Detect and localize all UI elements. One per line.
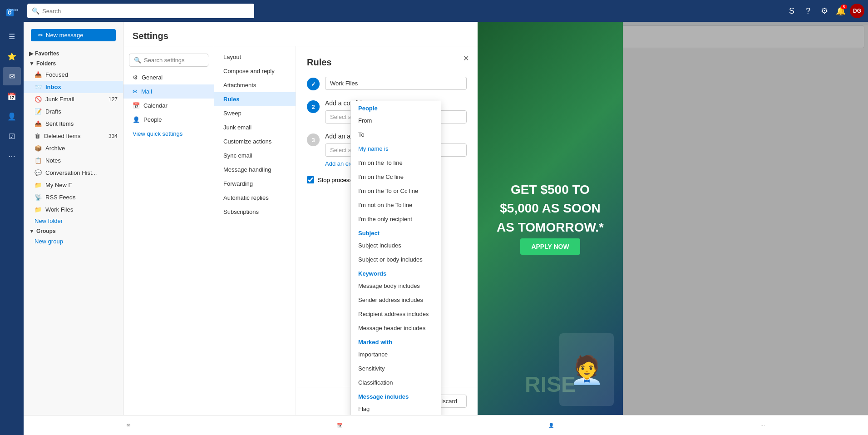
condition-dropdown[interactable]: People From To My name is I'm on the To … (350, 101, 441, 415)
condition-not-on-to[interactable]: I'm not on the To line (351, 198, 441, 212)
folder-item-notes[interactable]: 📋 Notes (24, 154, 123, 167)
settings-nav-mail[interactable]: ✉ Mail (123, 84, 214, 99)
condition-sensitivity[interactable]: Sensitivity (351, 361, 441, 376)
condition-importance[interactable]: Importance (351, 347, 441, 361)
bottom-mail-icon: ✉ (127, 423, 130, 428)
close-button[interactable]: ✕ (459, 52, 472, 64)
submenu-forwarding[interactable]: Forwarding (214, 177, 296, 191)
category-message-includes: Message includes (351, 390, 441, 402)
new-folder-link[interactable]: New folder (24, 216, 123, 226)
new-message-button[interactable]: ✏ New message (31, 29, 116, 41)
category-marked-with: Marked with (351, 335, 441, 347)
search-input[interactable] (42, 8, 250, 15)
menu-icon[interactable]: ☰ (3, 27, 21, 45)
condition-recipient-addr[interactable]: Recipient address includes (351, 307, 441, 321)
svg-text:Outlook: Outlook (7, 8, 18, 12)
favorites-section[interactable]: ▶ Favorites (24, 49, 123, 59)
condition-from[interactable]: From (351, 114, 441, 128)
submenu-rules[interactable]: Rules (214, 92, 296, 106)
tasks-nav-icon[interactable]: ☑ (3, 127, 21, 145)
settings-nav-general[interactable]: ⚙ General (123, 70, 214, 84)
ad-line3: AS TOMORROW.* (497, 220, 604, 235)
step3-badge: 3 (307, 133, 320, 146)
condition-on-cc-line[interactable]: I'm on the Cc line (351, 170, 441, 184)
outlook-logo[interactable]: O Outlook (3, 4, 21, 22)
search-settings-icon: 🔍 (134, 57, 141, 64)
submenu-customize[interactable]: Customize actions (214, 134, 296, 148)
condition-flag[interactable]: Flag (351, 402, 441, 415)
folders-section[interactable]: ▼ Folders (24, 59, 123, 69)
folder-item-sent[interactable]: 📤 Sent Items (24, 118, 123, 130)
bottom-mail-btn[interactable]: ✉ (127, 423, 130, 428)
folder-item-rss[interactable]: 📡 RSS Feeds (24, 191, 123, 203)
submenu-subscriptions[interactable]: Subscriptions (214, 205, 296, 219)
submenu-layout[interactable]: Layout (214, 50, 296, 64)
rules-content-area: Rules ✕ ✓ Work Files (296, 46, 478, 415)
chevron-down-icon-groups: ▼ (29, 228, 35, 234)
submenu-compose[interactable]: Compose and reply (214, 64, 296, 78)
chevron-down-icon-folders: ▼ (29, 60, 35, 67)
folder-item-drafts[interactable]: 📝 Drafts (24, 105, 123, 118)
skype-icon[interactable]: S (784, 4, 799, 18)
rules-title: Rules (307, 57, 467, 68)
more-nav-icon[interactable]: ⋯ (3, 147, 21, 165)
conv-icon: 💬 (35, 169, 42, 176)
folder-item-work-files[interactable]: 📁 Work Files (24, 203, 123, 216)
calendar-nav-icon[interactable]: 📅 (3, 87, 21, 105)
folder-item-inbox[interactable]: 📨 Inbox (24, 81, 123, 93)
view-quick-settings-link[interactable]: View quick settings (123, 127, 214, 141)
submenu-sweep[interactable]: Sweep (214, 106, 296, 120)
rule-name-input[interactable]: Work Files (325, 77, 467, 90)
inbox-icon: 📨 (35, 84, 42, 90)
bottom-calendar-btn[interactable]: 📅 (337, 423, 342, 428)
favorites-nav-icon[interactable]: ⭐ (3, 47, 21, 65)
folder-item-junk[interactable]: 🚫 Junk Email 127 (24, 93, 123, 105)
submenu-auto-replies[interactable]: Automatic replies (214, 191, 296, 205)
bottom-calendar-icon: 📅 (337, 423, 342, 428)
condition-message-header[interactable]: Message header includes (351, 321, 441, 335)
people-nav-icon[interactable]: 👤 (3, 107, 21, 125)
submenu-sync[interactable]: Sync email (214, 148, 296, 163)
condition-my-name-is[interactable]: My name is (351, 142, 441, 156)
folder-item-deleted[interactable]: 🗑 Deleted Items 334 (24, 130, 123, 142)
condition-classification[interactable]: Classification (351, 376, 441, 390)
notification-count: 5 (841, 5, 847, 9)
settings-nav-people[interactable]: 👤 People (123, 113, 214, 127)
bottom-people-btn[interactable]: 👤 (548, 423, 554, 428)
mail-nav-icon[interactable]: ✉ (3, 67, 21, 85)
bottom-more-btn[interactable]: ⋯ (760, 423, 765, 428)
submenu-attachments[interactable]: Attachments (214, 78, 296, 92)
ad-figure: 🧑‍💼 (559, 333, 614, 406)
settings-search-input[interactable] (144, 57, 214, 64)
condition-only-recipient[interactable]: I'm the only recipient (351, 212, 441, 226)
bottom-nav: ✉ 📅 👤 ⋯ (24, 415, 868, 435)
condition-body-includes[interactable]: Message body includes (351, 279, 441, 293)
folder-item-my-new-f[interactable]: 📁 My New F (24, 179, 123, 191)
folder-item-focus[interactable]: 📥 Focused (24, 69, 123, 81)
submenu-junk[interactable]: Junk email (214, 120, 296, 134)
folder-item-conv-hist[interactable]: 💬 Conversation Hist... (24, 167, 123, 179)
submenu-message-handling[interactable]: Message handling (214, 163, 296, 177)
folder-item-archive[interactable]: 📦 Archive (24, 142, 123, 154)
settings-search-box[interactable]: 🔍 (129, 54, 208, 67)
condition-sender-addr[interactable]: Sender address includes (351, 293, 441, 307)
search-box[interactable]: 🔍 (27, 4, 254, 18)
help-icon[interactable]: ? (801, 4, 815, 18)
folder-icon: 📁 (35, 182, 42, 188)
settings-nav-calendar[interactable]: 📅 Calendar (123, 99, 214, 113)
condition-subject-body[interactable]: Subject or body includes (351, 252, 441, 267)
ad-cta-button[interactable]: APPLY NOW (520, 238, 580, 255)
condition-to[interactable]: To (351, 128, 441, 142)
settings-icon[interactable]: ⚙ (817, 4, 832, 18)
deleted-icon: 🗑 (35, 133, 40, 139)
condition-on-to-or-cc[interactable]: I'm on the To or Cc line (351, 184, 441, 198)
condition-subject-includes[interactable]: Subject includes (351, 238, 441, 252)
groups-section[interactable]: ▼ Groups (24, 226, 123, 236)
focus-icon: 📥 (35, 71, 42, 78)
avatar[interactable]: DG (850, 4, 864, 18)
notifications-icon[interactable]: 🔔 5 (833, 4, 848, 18)
new-group-link[interactable]: New group (24, 236, 123, 247)
rule-step-1: ✓ Work Files (307, 77, 467, 90)
stop-processing-checkbox[interactable] (307, 176, 314, 183)
condition-on-to-line[interactable]: I'm on the To line (351, 156, 441, 170)
